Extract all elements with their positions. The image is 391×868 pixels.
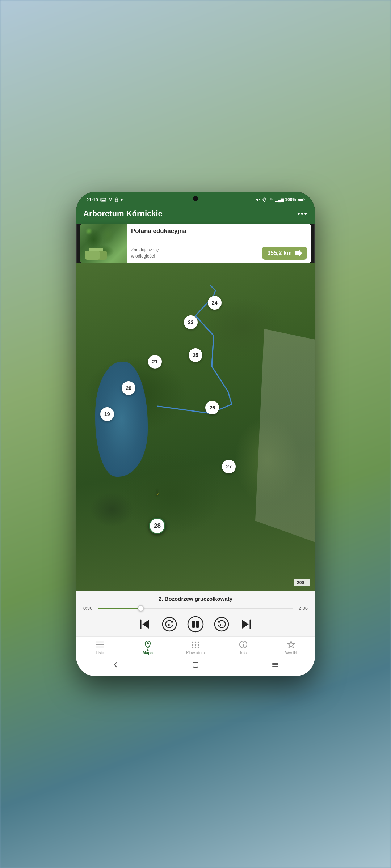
svg-point-33 xyxy=(192,647,193,648)
map-area[interactable]: ↓ 19 20 21 23 24 25 26 27 28 200 r xyxy=(76,263,315,591)
mapa-icon xyxy=(143,640,152,649)
distance-value: 355,2 km xyxy=(267,250,292,256)
lock-icon xyxy=(115,197,118,202)
svg-text:15: 15 xyxy=(220,623,223,627)
skip-forward-icon xyxy=(239,617,253,631)
info-card[interactable]: Polana edukacyjna Znajdujesz się w odleg… xyxy=(80,224,311,263)
map-marker-25[interactable]: 25 xyxy=(189,348,202,362)
info-card-image xyxy=(80,224,127,263)
svg-point-30 xyxy=(192,644,193,646)
klawiatura-icon-wrap xyxy=(190,639,201,650)
system-nav-bar xyxy=(76,657,315,676)
location-icon xyxy=(262,197,266,202)
map-marker-21[interactable]: 21 xyxy=(148,355,162,369)
camera-notch xyxy=(193,196,198,201)
fast-forward-button[interactable]: 15 xyxy=(214,617,229,632)
app-title: Arboretum Kórnickie xyxy=(83,209,163,218)
bottom-nav: Lista Mapa xyxy=(76,636,315,657)
back-icon xyxy=(112,661,120,669)
time-current: 0:36 xyxy=(83,605,94,611)
svg-marker-11 xyxy=(142,620,149,629)
back-button[interactable] xyxy=(112,661,120,671)
recents-button[interactable] xyxy=(271,661,279,671)
map-marker-24[interactable]: 24 xyxy=(208,296,222,310)
menu-button[interactable]: ••• xyxy=(297,209,308,218)
progress-bar[interactable] xyxy=(98,608,293,609)
battery-percent: 100% xyxy=(285,197,296,202)
skip-back-button[interactable] xyxy=(138,617,152,631)
map-marker-27[interactable]: 27 xyxy=(222,460,236,473)
svg-marker-2 xyxy=(101,200,106,201)
klawiatura-icon xyxy=(191,641,200,648)
gallery-icon xyxy=(100,197,106,202)
lista-label: Lista xyxy=(96,651,104,655)
nav-item-klawiatura[interactable]: Klawiatura xyxy=(185,639,206,655)
svg-point-15 xyxy=(188,617,203,632)
klawiatura-label: Klawiatura xyxy=(186,651,205,655)
svg-point-26 xyxy=(147,642,149,644)
svg-point-6 xyxy=(264,199,265,200)
map-marker-19[interactable]: 19 xyxy=(100,407,114,421)
svg-point-35 xyxy=(198,647,199,648)
map-marker-28[interactable]: 28 xyxy=(149,518,165,534)
distance-button[interactable]: 355,2 km xyxy=(262,247,307,260)
map-marker-26[interactable]: 26 xyxy=(205,401,219,414)
recents-icon xyxy=(271,661,279,669)
mapa-active-dot xyxy=(147,649,149,651)
svg-point-27 xyxy=(192,642,193,643)
status-right: ▂▄▆ 100% xyxy=(256,197,305,202)
svg-rect-17 xyxy=(196,621,199,628)
svg-marker-22 xyxy=(242,620,249,629)
email-icon: M xyxy=(108,197,113,203)
rewind-icon: 15 xyxy=(162,617,177,632)
signal-bars: ▂▄▆ xyxy=(275,197,284,202)
nav-item-lista[interactable]: Lista xyxy=(89,639,111,655)
svg-point-37 xyxy=(243,642,244,643)
info-card-subtitle: Znajdujesz się w odległości xyxy=(131,247,159,259)
progress-thumb[interactable] xyxy=(138,605,144,612)
player-panel: 2. Bożodrzew gruczołkowaty 0:36 2:36 xyxy=(76,591,315,636)
controls-row: 15 15 xyxy=(83,616,308,633)
svg-point-1 xyxy=(102,199,102,200)
mute-icon xyxy=(256,197,261,202)
nav-item-info[interactable]: Info xyxy=(232,639,254,655)
track-title: 2. Bożodrzew gruczołkowaty xyxy=(83,596,308,602)
map-marker-20[interactable]: 20 xyxy=(122,381,135,395)
info-card-title: Polana edukacyjna xyxy=(131,227,307,235)
home-button[interactable] xyxy=(192,661,199,671)
wifi-icon xyxy=(268,197,274,202)
svg-rect-16 xyxy=(192,621,195,628)
info-icon xyxy=(239,640,248,649)
lista-icon-wrap xyxy=(95,639,105,650)
map-marker-23[interactable]: 23 xyxy=(184,315,198,329)
skip-forward-button[interactable] xyxy=(239,617,253,631)
svg-rect-39 xyxy=(193,662,198,667)
svg-text:15: 15 xyxy=(168,623,171,627)
info-card-bottom: Znajdujesz się w odległości 355,2 km xyxy=(131,247,307,260)
phone-frame: 21:13 M • ▂▄▆ 100% Arboretum Kórnickie •… xyxy=(76,192,315,676)
rewind-button[interactable]: 15 xyxy=(162,617,177,632)
home-icon xyxy=(192,661,199,669)
status-left: 21:13 M • xyxy=(86,196,123,203)
pause-button[interactable] xyxy=(187,616,204,633)
progress-row: 0:36 2:36 xyxy=(83,605,308,611)
svg-rect-9 xyxy=(298,199,303,201)
svg-point-32 xyxy=(198,644,199,646)
svg-point-34 xyxy=(195,647,196,648)
wyniki-icon xyxy=(287,641,295,648)
svg-point-29 xyxy=(198,642,199,643)
nav-item-mapa[interactable]: Mapa xyxy=(137,639,159,655)
skip-back-icon xyxy=(138,617,152,631)
battery-icon xyxy=(298,197,305,202)
dot-indicator: • xyxy=(121,196,123,203)
location-arrow: ↓ xyxy=(155,486,160,497)
wyniki-icon-wrap xyxy=(286,639,296,650)
svg-point-28 xyxy=(195,642,196,643)
svg-point-31 xyxy=(195,644,196,646)
progress-fill xyxy=(98,608,141,609)
top-bar: Arboretum Kórnickie ••• xyxy=(76,206,315,224)
nav-item-wyniki[interactable]: Wyniki xyxy=(280,639,302,655)
info-icon-wrap xyxy=(238,639,248,650)
svg-rect-8 xyxy=(304,199,305,200)
fast-forward-icon: 15 xyxy=(214,617,229,632)
